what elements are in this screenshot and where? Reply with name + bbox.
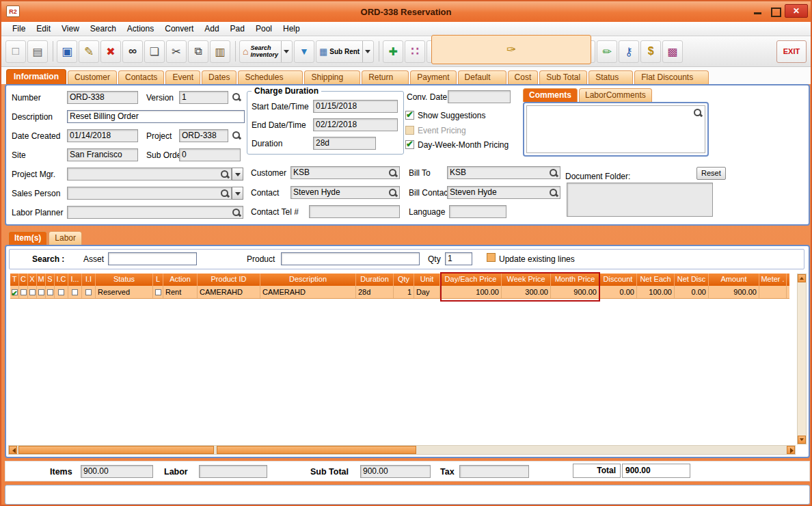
description-field[interactable]: Reset Billing Order [67,110,245,123]
col-qty[interactable]: Qty [394,274,414,286]
exit-button[interactable]: EXIT [776,40,807,63]
labor-total-field[interactable] [199,465,267,478]
total-field[interactable]: 900.00 [622,464,690,478]
scrollbar-thumb[interactable] [217,446,416,454]
modules-icon[interactable] [662,40,683,63]
sub-rent-button[interactable]: ▦ Sub Rent [316,40,374,63]
bill-to-field[interactable]: KSB [447,166,560,179]
number-field[interactable]: ORD-338 [67,91,138,104]
search-icon[interactable] [232,92,241,102]
row-checkbox[interactable] [47,289,53,295]
project-field[interactable]: ORD-338 [179,129,228,142]
tab-return[interactable]: Return [362,70,409,84]
conv-date-field[interactable] [448,90,511,103]
row-checkbox[interactable] [21,289,27,295]
menu-add[interactable]: Add [199,23,224,35]
horizontal-scrollbar[interactable] [8,445,796,455]
col-m[interactable]: M [37,274,46,286]
edit-pencil-icon[interactable] [79,40,99,63]
maximize-button[interactable] [768,5,783,18]
sub-orders-field[interactable]: 0 [179,148,241,161]
items-total-field[interactable]: 900.00 [81,465,153,478]
search-inventory-button[interactable]: ⌂ Search Inventory [239,40,293,63]
menu-convert[interactable]: Convert [159,23,199,35]
menu-edit[interactable]: Edit [31,23,56,35]
labor-planner-field[interactable] [67,206,243,219]
row-checkbox[interactable] [12,289,18,295]
col-ii[interactable]: I.I [82,274,96,286]
col-month-price[interactable]: Month Price [551,274,599,286]
tab-items[interactable]: Item(s) [8,231,47,245]
col-net-disc[interactable]: Net Disc [675,274,709,286]
tab-event[interactable]: Event [165,70,200,84]
tab-cost[interactable]: Cost [508,70,539,84]
col-x[interactable]: X [28,274,37,286]
tab-shipping[interactable]: Shipping [304,70,360,84]
search-icon[interactable] [549,168,558,178]
tab-dates[interactable]: Dates [202,70,236,84]
col-action[interactable]: Action [163,274,198,286]
col-product-id[interactable]: Product ID [198,274,260,286]
scroll-right-icon[interactable] [787,446,795,454]
close-button[interactable] [785,4,808,18]
customer-field[interactable]: KSB [290,166,400,179]
tab-default[interactable]: Default [458,70,506,84]
tab-customer[interactable]: Customer [68,70,117,84]
tab-sub-total[interactable]: Sub Total [539,70,587,84]
row-checkbox[interactable] [58,289,64,295]
menu-file[interactable]: File [7,23,31,35]
search-icon[interactable] [220,170,230,179]
row-checkbox[interactable] [38,289,44,295]
version-field[interactable]: 1 [179,91,228,104]
tab-status[interactable]: Status [588,70,633,84]
tab-payment[interactable]: Payment [410,70,456,84]
combo-arrow-icon[interactable] [232,187,243,200]
col-amount[interactable]: Amount [709,274,759,286]
col-description[interactable]: Description [260,274,356,286]
col-meter[interactable]: Meter . [759,274,787,286]
day-week-month-checkbox[interactable] [405,140,414,149]
col-s[interactable]: S [46,274,55,286]
sales-person-field[interactable] [67,187,232,200]
site-field[interactable]: San Francisco [67,148,138,161]
event-pricing-checkbox[interactable] [405,126,414,135]
print-icon[interactable] [27,40,48,63]
clock-icon[interactable] [531,40,552,63]
tab-comments[interactable]: Comments [523,88,578,102]
save-icon[interactable] [57,40,77,63]
show-suggestions-checkbox[interactable] [405,111,414,120]
search-icon[interactable] [388,168,398,178]
globe-icon[interactable] [553,40,573,63]
menu-actions[interactable]: Actions [122,23,159,35]
col-day-each-price[interactable]: Day/Each Price [440,274,502,286]
cards-dropdown-icon[interactable] [470,40,478,63]
paste-icon[interactable] [210,40,230,63]
col-unit[interactable]: Unit [414,274,440,286]
cards-icon[interactable] [448,40,469,63]
dropdown-arrow-icon[interactable] [362,41,370,62]
tab-information[interactable]: Information [6,69,66,84]
delete-icon[interactable] [100,40,121,63]
print-preview-icon[interactable] [480,40,500,63]
search-icon[interactable] [693,108,703,118]
cone-icon[interactable] [294,40,314,63]
scroll-up-icon[interactable] [798,274,806,282]
scrollbar-thumb[interactable] [18,446,214,454]
col-week-price[interactable]: Week Price [502,274,551,286]
comments-textarea[interactable] [526,105,705,153]
update-lines-checkbox[interactable] [487,253,496,262]
row-checkbox[interactable] [85,289,92,295]
row-checkbox[interactable] [29,289,36,295]
dropdown-arrow-icon[interactable] [281,41,289,62]
vertical-scrollbar[interactable] [797,274,807,444]
sub-total-field[interactable]: 900.00 [360,465,431,478]
search-icon[interactable] [220,189,230,198]
copy-icon[interactable] [188,40,208,63]
scroll-left-icon[interactable] [9,446,17,454]
billing-icon[interactable] [640,40,661,63]
col-discount[interactable]: Discount [599,274,637,286]
col-ic[interactable]: I.C [55,274,68,286]
tab-contacts[interactable]: Contacts [118,70,164,84]
col-net-each[interactable]: Net Each [637,274,675,286]
menu-view[interactable]: View [56,23,85,35]
